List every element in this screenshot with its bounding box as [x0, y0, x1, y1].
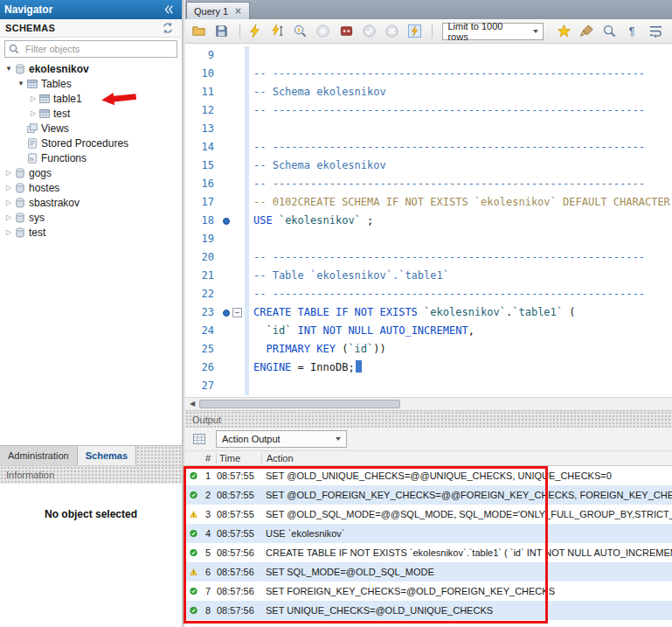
- editor-line-25[interactable]: 25 PRIMARY KEY (`id`)): [185, 340, 672, 359]
- expand-arrow-icon[interactable]: ▷: [3, 169, 14, 177]
- limit-rows-value: Limit to 1000 rows: [447, 21, 522, 42]
- collapse-arrow-icon[interactable]: ▼: [16, 80, 26, 87]
- wrap-button[interactable]: [648, 22, 666, 40]
- success-icon: [185, 547, 197, 559]
- refresh-schemas-icon[interactable]: [162, 22, 174, 34]
- editor-line-17[interactable]: 17-- 0102CREATE SCHEMA IF NOT EXISTS `ek…: [185, 193, 672, 212]
- editor-line-26[interactable]: 26ENGINE = InnoDB;: [185, 359, 672, 377]
- tab-administration[interactable]: Administration: [0, 446, 78, 465]
- scrollbar-thumb[interactable]: [199, 400, 400, 408]
- output-row-4[interactable]: 408:57:55USE `ekolesnikov`: [185, 524, 672, 543]
- expand-arrow-icon[interactable]: ▷: [28, 109, 38, 117]
- editor-line-15[interactable]: 15-- Schema ekolesnikov: [185, 157, 672, 175]
- editor-margin: [220, 285, 245, 303]
- functions-icon: fx: [26, 152, 38, 164]
- code-text: -- 0102CREATE SCHEMA IF NOT EXISTS `ekol…: [245, 193, 672, 212]
- editor-line-9[interactable]: 9: [185, 46, 672, 65]
- stop-button[interactable]: [315, 22, 333, 40]
- output-row-2[interactable]: 208:57:55SET @OLD_FOREIGN_KEY_CHECKS=@@F…: [185, 485, 672, 505]
- editor-horizontal-scrollbar[interactable]: ◀: [185, 397, 672, 410]
- code-text: -- Schema ekolesnikov: [245, 83, 672, 101]
- tree-item-sys[interactable]: ▷sys: [0, 210, 182, 225]
- output-row-3[interactable]: 308:57:55SET @OLD_SQL_MODE=@@SQL_MODE, S…: [185, 505, 672, 524]
- save-snippet-button[interactable]: [557, 22, 574, 40]
- wrap-icon: [648, 24, 663, 38]
- rollback-button[interactable]: [384, 22, 402, 40]
- execute-button[interactable]: [246, 22, 264, 40]
- stop-icon: [315, 24, 330, 38]
- expand-arrow-icon[interactable]: ▷: [3, 213, 14, 221]
- sql-editor[interactable]: 910-- ----------------------------------…: [185, 44, 672, 397]
- tree-item-stored-procedures[interactable]: Stored Procedures: [0, 136, 182, 150]
- fold-collapse-icon[interactable]: −: [232, 308, 242, 317]
- invisibles-button[interactable]: ¶: [626, 22, 643, 40]
- editor-line-24[interactable]: 24 `id` INT NOT NULL AUTO_INCREMENT,: [185, 322, 672, 340]
- editor-margin: [220, 193, 245, 212]
- save-script-button[interactable]: [214, 22, 232, 40]
- tree-item-table1[interactable]: ▷table1: [0, 91, 182, 106]
- tree-item-views[interactable]: Views: [0, 121, 182, 136]
- execute-current-button[interactable]: [270, 22, 288, 40]
- line-number: 16: [185, 175, 220, 193]
- collapse-panel-icon[interactable]: [163, 3, 175, 16]
- editor-line-16[interactable]: 16-- -----------------------------------…: [185, 175, 672, 193]
- editor-line-11[interactable]: 11-- Schema ekolesnikov: [185, 83, 672, 101]
- close-tab-icon[interactable]: [234, 7, 242, 15]
- editor-line-18[interactable]: 18USE `ekolesnikov` ;: [185, 212, 672, 230]
- editor-line-14[interactable]: 14-- -----------------------------------…: [185, 138, 672, 157]
- line-number: 21: [185, 267, 220, 285]
- tree-item-tables[interactable]: ▼Tables: [0, 76, 182, 91]
- editor-line-21[interactable]: 21-- Table `ekolesnikov`.`table1`: [185, 267, 672, 285]
- editor-margin: [220, 267, 245, 285]
- explain-button[interactable]: [293, 22, 310, 40]
- output-row-6[interactable]: 608:57:56SET SQL_MODE=@OLD_SQL_MODE: [185, 562, 672, 582]
- expand-arrow-icon[interactable]: ▷: [3, 184, 14, 192]
- code-text: -- -------------------------------------…: [245, 285, 672, 303]
- beautify-button[interactable]: [579, 22, 597, 40]
- editor-line-13[interactable]: 13: [185, 120, 672, 138]
- row-number: 7: [200, 586, 212, 596]
- filter-objects-input[interactable]: [25, 44, 174, 54]
- tree-item-test[interactable]: ▷test: [0, 225, 182, 240]
- warning-icon: [185, 566, 197, 578]
- expand-arrow-icon[interactable]: ▷: [28, 94, 38, 102]
- tree-item-test[interactable]: ▷test: [0, 106, 182, 121]
- editor-line-10[interactable]: 10-- -----------------------------------…: [185, 65, 672, 83]
- editor-line-12[interactable]: 12-- -----------------------------------…: [185, 101, 672, 120]
- svg-text:fx: fx: [30, 155, 34, 161]
- stop-on-error-button[interactable]: [338, 22, 356, 40]
- editor-line-19[interactable]: 19: [185, 230, 672, 248]
- editor-line-27[interactable]: 27: [185, 377, 672, 395]
- tree-item-functions[interactable]: fxFunctions: [0, 150, 182, 165]
- output-row-1[interactable]: 108:57:55SET @OLD_UNIQUE_CHECKS=@@UNIQUE…: [185, 466, 672, 485]
- row-time: 08:57:55: [212, 490, 261, 500]
- editor-line-23[interactable]: 23−CREATE TABLE IF NOT EXISTS `ekolesnik…: [185, 303, 672, 322]
- tree-item-gogs[interactable]: ▷gogs: [0, 165, 182, 180]
- expand-arrow-icon[interactable]: ▷: [3, 199, 14, 206]
- autocommit-button[interactable]: [407, 22, 425, 40]
- open-script-button[interactable]: [191, 22, 209, 40]
- tab-schemas[interactable]: Schemas: [78, 446, 136, 465]
- expand-arrow-icon[interactable]: ▷: [3, 228, 14, 236]
- commit-button[interactable]: [362, 22, 379, 40]
- tables-icon: [26, 78, 38, 90]
- output-row-5[interactable]: 508:57:56CREATE TABLE IF NOT EXISTS `eko…: [185, 543, 672, 562]
- output-row-8[interactable]: 808:57:56SET UNIQUE_CHECKS=@OLD_UNIQUE_C…: [185, 601, 672, 620]
- line-number: 23: [185, 303, 220, 322]
- tab-schemas-label: Schemas: [86, 450, 128, 461]
- tree-item-ekolesnikov[interactable]: ▼ekolesnikov: [0, 61, 182, 76]
- output-view-dropdown[interactable]: Action Output: [216, 430, 347, 448]
- tree-item-hostes[interactable]: ▷hostes: [0, 180, 182, 195]
- find-button[interactable]: [602, 22, 620, 40]
- editor-margin: [220, 83, 245, 101]
- statement-marker-icon: [223, 218, 230, 225]
- scroll-left-arrow-icon[interactable]: ◀: [185, 398, 199, 410]
- output-row-7[interactable]: 708:57:56SET FOREIGN_KEY_CHECKS=@OLD_FOR…: [185, 582, 672, 601]
- tab-query-1[interactable]: Query 1: [186, 2, 250, 19]
- tree-item-sbastrakov[interactable]: ▷sbastrakov: [0, 195, 182, 210]
- editor-line-20[interactable]: 20-- -----------------------------------…: [185, 248, 672, 267]
- query-editor-panel: Query 1 Limit to 1000 rows¶ 910-- ------…: [185, 0, 672, 627]
- limit-rows-dropdown[interactable]: Limit to 1000 rows: [442, 23, 543, 40]
- editor-line-22[interactable]: 22-- -----------------------------------…: [185, 285, 672, 303]
- collapse-arrow-icon[interactable]: ▼: [3, 65, 14, 73]
